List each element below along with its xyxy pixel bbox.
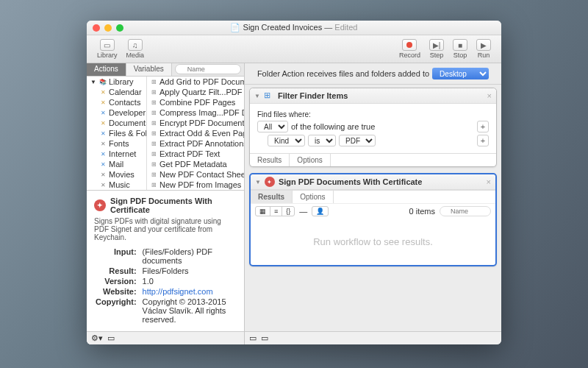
results-tab[interactable]: Results <box>251 191 293 203</box>
finder-icon: ⊞ <box>264 91 274 101</box>
toolbar: ▭Library ♫Media Record ▶|Step ■Stop ▶Run <box>87 35 501 63</box>
user-segment[interactable]: 👤 <box>312 206 329 216</box>
category-list[interactable]: ▼📚Library ✕Calendar ✕Contacts ✕Developer… <box>87 77 147 190</box>
folder-select[interactable]: Desktop <box>432 68 489 79</box>
is-select[interactable]: is <box>308 135 336 146</box>
view-icon2[interactable]: ▭ <box>261 333 268 343</box>
library-search[interactable] <box>175 64 241 74</box>
results-tab[interactable]: Results <box>250 154 290 166</box>
workflow-icon[interactable]: ▭ <box>107 333 115 343</box>
media-toggle[interactable]: ♫Media <box>122 38 149 60</box>
close-icon[interactable]: × <box>487 177 491 186</box>
cert-icon: ✦ <box>265 177 275 187</box>
filter-finder-action[interactable]: ▼ ⊞ Filter Finder Items × Find files whe… <box>249 88 497 167</box>
add-condition-button[interactable]: + <box>477 135 489 146</box>
tab-actions[interactable]: Actions <box>87 63 126 76</box>
all-select[interactable]: All <box>257 121 288 132</box>
automator-window: 📄 Sign Created Invoices — Edited ▭Librar… <box>87 21 501 344</box>
left-statusbar: ⚙︎▾ ▭ <box>87 331 244 344</box>
results-placeholder: Run workflow to see results. <box>251 219 495 265</box>
disclosure-icon[interactable]: ▼ <box>254 93 260 99</box>
item-count: 0 items <box>409 207 435 216</box>
svg-point-0 <box>406 42 412 48</box>
close-icon[interactable]: × <box>487 91 492 100</box>
actions-list[interactable]: ⊞Add Grid to PDF Documents ⊞Apply Quartz… <box>147 77 244 190</box>
kind-select[interactable]: Kind <box>268 135 305 146</box>
cert-icon: ✦ <box>94 199 106 211</box>
gear-icon[interactable]: ⚙︎▾ <box>91 333 103 343</box>
view-mode-segment[interactable]: ▦≡{} <box>255 206 295 216</box>
record-button[interactable]: Record <box>395 38 425 60</box>
step-button[interactable]: ▶|Step <box>425 38 448 60</box>
library-toggle[interactable]: ▭Library <box>93 38 122 60</box>
view-icon[interactable]: ▭ <box>249 333 257 343</box>
disclosure-icon[interactable]: ▼ <box>255 179 261 185</box>
results-search[interactable] <box>440 206 491 216</box>
library-panel: Actions Variables ▼📚Library ✕Calendar ✕C… <box>87 63 245 344</box>
website-link[interactable]: http://pdfsignet.com <box>143 287 213 296</box>
window-title: 📄 Sign Created Invoices — Edited <box>87 23 501 32</box>
action-info: ✦Sign PDF Documents With Certificate Sig… <box>87 190 244 331</box>
tab-variables[interactable]: Variables <box>126 63 172 76</box>
sign-pdf-action[interactable]: ▼ ✦ Sign PDF Documents With Certificate … <box>249 173 497 266</box>
titlebar: 📄 Sign Created Invoices — Edited <box>87 21 501 35</box>
value-select[interactable]: PDF <box>339 135 376 146</box>
options-tab[interactable]: Options <box>293 191 333 203</box>
workflow-panel: Folder Action receives files and folders… <box>245 63 501 344</box>
right-statusbar: ▭ ▭ <box>245 331 501 344</box>
add-rule-button[interactable]: + <box>477 121 489 132</box>
folder-action-header: Folder Action receives files and folders… <box>245 63 501 85</box>
options-tab[interactable]: Options <box>290 154 330 166</box>
run-button[interactable]: ▶Run <box>472 38 495 60</box>
stop-button[interactable]: ■Stop <box>448 38 472 60</box>
